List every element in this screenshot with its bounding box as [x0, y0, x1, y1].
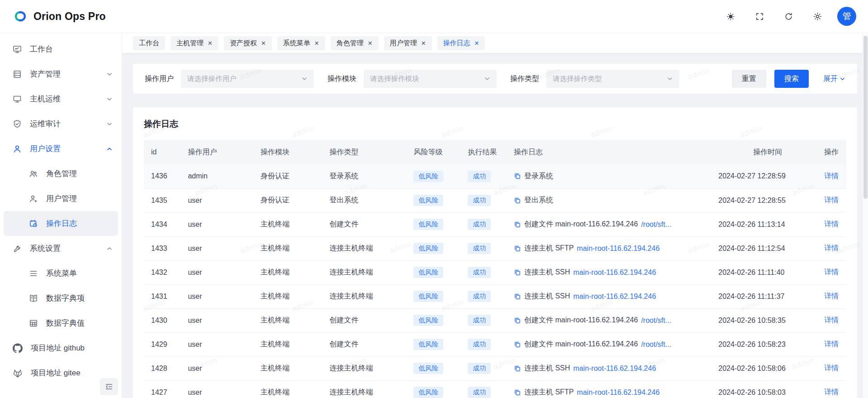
cell-module: 主机终端: [257, 260, 326, 284]
copy-icon[interactable]: [514, 197, 521, 204]
table-row: 1429 user 主机终端 创建文件 低风险 成功 创建文件 main-roo…: [144, 332, 846, 356]
table-row: 1436 admin 身份认证 登录系统 低风险 成功 登录系统 2024-02…: [144, 164, 846, 188]
chevron-down-icon: [667, 76, 673, 82]
table-row: 1428 user 主机终端 连接主机终端 低风险 成功 连接主机 SSH ma…: [144, 356, 846, 380]
tab-close-icon[interactable]: ✕: [421, 40, 426, 46]
tab-close-icon[interactable]: ✕: [474, 40, 479, 46]
detail-link[interactable]: 详情: [824, 172, 839, 180]
detail-link[interactable]: 详情: [824, 316, 839, 324]
tab-close-icon[interactable]: ✕: [261, 40, 266, 46]
cell-id: 1435: [144, 188, 184, 212]
detail-link[interactable]: 详情: [824, 340, 839, 348]
fullscreen-button[interactable]: [750, 7, 768, 25]
tab-system-menu[interactable]: 系统菜单 ✕: [277, 36, 325, 50]
sidebar-item-workbench[interactable]: 工作台: [0, 37, 122, 62]
log-text: 连接主机 SSH: [524, 268, 570, 277]
copy-icon[interactable]: [514, 245, 521, 252]
tab-workbench[interactable]: 工作台: [133, 36, 165, 50]
chevron-down-icon: [106, 71, 113, 77]
sidebar-item-user-settings[interactable]: 用户设置: [0, 136, 122, 161]
sidebar-item-assets[interactable]: 资产管理: [0, 62, 122, 86]
cell-user: user: [184, 188, 257, 212]
sidebar-collapse-button[interactable]: [100, 378, 118, 395]
sidebar-item-operation-log[interactable]: 操作日志: [4, 211, 118, 236]
result-badge: 成功: [468, 363, 491, 374]
operation-type-select[interactable]: 请选择操作类型: [546, 70, 679, 88]
reset-button[interactable]: 重置: [732, 70, 766, 88]
filter-label: 操作模块: [327, 74, 356, 84]
sidebar-item-label: 主机运维: [30, 94, 61, 104]
risk-badge: 低风险: [413, 195, 443, 206]
filter-bar: 操作用户 请选择操作用户 操作模块 请选择操作模块 操作类型: [133, 64, 857, 94]
expand-filters-link[interactable]: 展开: [823, 74, 845, 84]
log-link[interactable]: main-root-116.62.194.246: [577, 245, 659, 253]
operation-module-select[interactable]: 请选择操作模块: [364, 70, 497, 88]
copy-icon[interactable]: [514, 173, 521, 180]
log-link[interactable]: /root/sft...: [641, 316, 671, 325]
sidebar-item-audit[interactable]: 运维审计: [0, 111, 122, 136]
log-text: 创建文件 main-root-116.62.194.246: [524, 340, 638, 349]
tab-user-management[interactable]: 用户管理 ✕: [384, 36, 432, 50]
content-area: 工作台 主机管理 ✕ 资产授权 ✕ 系统菜单 ✕ 角色管理 ✕ 用户管理 ✕: [122, 33, 868, 398]
search-button[interactable]: 搜索: [774, 70, 809, 88]
sidebar-item-dict-key[interactable]: 数据字典项: [0, 286, 122, 311]
detail-link[interactable]: 详情: [824, 364, 839, 372]
tab-role-management[interactable]: 角色管理 ✕: [331, 36, 379, 50]
scrollbar-thumb[interactable]: [863, 36, 868, 199]
sidebar-item-system-settings[interactable]: 系统设置: [0, 236, 122, 261]
log-text: 连接主机 SSH: [524, 364, 570, 373]
sidebar-item-user-management[interactable]: 用户管理: [0, 186, 122, 211]
operation-user-select[interactable]: 请选择操作用户: [181, 70, 314, 88]
chevron-down-icon: [106, 121, 113, 127]
cell-type: 连接主机终端: [326, 380, 410, 398]
tab-operation-log[interactable]: 操作日志 ✕: [437, 36, 485, 50]
user-avatar[interactable]: 管: [837, 7, 856, 26]
tab-close-icon[interactable]: ✕: [368, 40, 373, 46]
cell-time: 2024-02-27 12:28:55: [715, 188, 821, 212]
detail-link[interactable]: 详情: [824, 388, 839, 396]
log-link[interactable]: main-root-116.62.194.246: [573, 293, 656, 301]
copy-icon[interactable]: [514, 221, 521, 228]
cell-time: 2024-02-26 11:11:40: [715, 260, 821, 284]
log-link[interactable]: main-root-116.62.194.246: [573, 269, 656, 277]
tab-label: 系统菜单: [283, 39, 310, 48]
sidebar-item-github-link[interactable]: 项目地址 github: [0, 336, 122, 360]
filter-label: 操作类型: [510, 74, 539, 84]
copy-icon[interactable]: [514, 293, 521, 300]
copy-icon[interactable]: [514, 365, 521, 372]
log-link[interactable]: /root/sft...: [641, 340, 671, 349]
app-root: Orion Ops Pro 管 工作台 资产管理 主机运维 运维审计: [0, 0, 868, 398]
tab-host-management[interactable]: 主机管理 ✕: [171, 36, 218, 50]
table-header-row: id 操作用户 操作模块 操作类型 风险等级 执行结果 操作日志 操作时间 操作: [144, 140, 846, 164]
refresh-button[interactable]: [779, 7, 797, 25]
detail-link[interactable]: 详情: [824, 220, 839, 228]
detail-link[interactable]: 详情: [824, 196, 839, 204]
copy-icon[interactable]: [514, 389, 521, 396]
copy-icon[interactable]: [514, 341, 521, 348]
copy-icon[interactable]: [514, 269, 521, 276]
tab-bar: 工作台 主机管理 ✕ 资产授权 ✕ 系统菜单 ✕ 角色管理 ✕ 用户管理 ✕: [122, 33, 868, 53]
dict-value-icon: [29, 319, 38, 328]
tab-label: 主机管理: [176, 39, 204, 48]
detail-link[interactable]: 详情: [824, 292, 839, 300]
sidebar-item-system-menu[interactable]: 系统菜单: [0, 261, 122, 286]
sidebar-item-dict-value[interactable]: 数据字典值: [0, 311, 122, 336]
copy-icon[interactable]: [514, 317, 521, 324]
sidebar-item-host-ops[interactable]: 主机运维: [0, 86, 122, 111]
tab-close-icon[interactable]: ✕: [208, 40, 213, 46]
cell-type: 创建文件: [326, 212, 410, 236]
log-link[interactable]: main-root-116.62.194.246: [577, 388, 659, 397]
result-badge: 成功: [468, 339, 491, 350]
tab-asset-authorization[interactable]: 资产授权 ✕: [224, 36, 272, 50]
theme-toggle-button[interactable]: [721, 7, 740, 25]
result-badge: 成功: [468, 195, 491, 206]
detail-link[interactable]: 详情: [824, 268, 839, 276]
result-badge: 成功: [468, 219, 491, 230]
log-link[interactable]: /root/sft...: [641, 221, 671, 229]
settings-button[interactable]: [808, 7, 826, 25]
sidebar-item-role-management[interactable]: 角色管理: [0, 161, 122, 186]
tab-close-icon[interactable]: ✕: [314, 40, 319, 46]
brand-home-link[interactable]: Orion Ops Pro: [0, 9, 106, 24]
log-link[interactable]: main-root-116.62.194.246: [573, 364, 656, 373]
detail-link[interactable]: 详情: [824, 244, 839, 252]
